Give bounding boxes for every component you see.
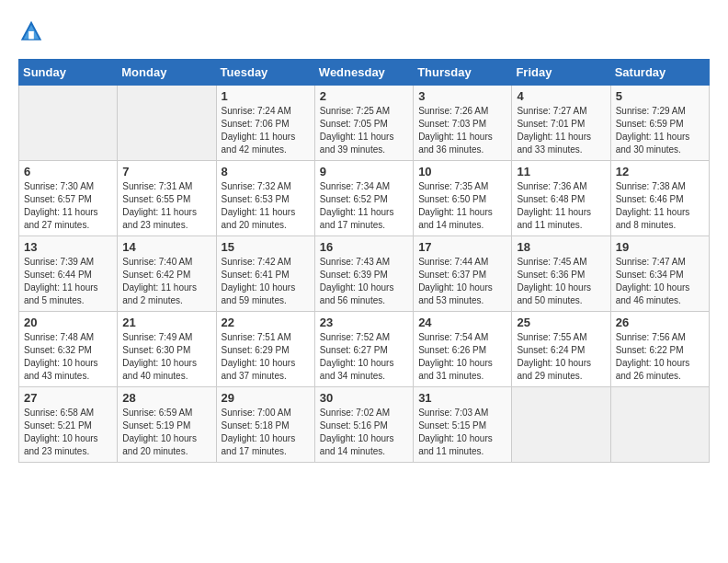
day-number: 28 bbox=[122, 391, 210, 405]
day-number: 1 bbox=[222, 89, 310, 103]
header-day-saturday: Saturday bbox=[610, 60, 709, 86]
day-content: Sunrise: 7:35 AM Sunset: 6:50 PM Dayligh… bbox=[418, 180, 506, 232]
calendar-table: SundayMondayTuesdayWednesdayThursdayFrid… bbox=[18, 59, 710, 463]
calendar-cell: 6Sunrise: 7:30 AM Sunset: 6:57 PM Daylig… bbox=[19, 161, 118, 236]
calendar-week-3: 13Sunrise: 7:39 AM Sunset: 6:44 PM Dayli… bbox=[19, 236, 710, 312]
header-day-thursday: Thursday bbox=[414, 60, 512, 86]
day-content: Sunrise: 7:38 AM Sunset: 6:46 PM Dayligh… bbox=[616, 180, 704, 232]
header-day-wednesday: Wednesday bbox=[314, 60, 413, 86]
day-content: Sunrise: 7:51 AM Sunset: 6:29 PM Dayligh… bbox=[222, 331, 310, 383]
header-day-tuesday: Tuesday bbox=[216, 60, 314, 86]
day-content: Sunrise: 7:29 AM Sunset: 6:59 PM Dayligh… bbox=[616, 105, 704, 156]
day-number: 7 bbox=[122, 165, 210, 178]
day-content: Sunrise: 7:52 AM Sunset: 6:27 PM Dayligh… bbox=[320, 331, 408, 383]
calendar-cell bbox=[118, 86, 216, 161]
day-number: 20 bbox=[24, 316, 112, 329]
logo-icon bbox=[18, 18, 44, 44]
day-number: 10 bbox=[418, 165, 506, 178]
day-content: Sunrise: 7:44 AM Sunset: 6:37 PM Dayligh… bbox=[418, 256, 506, 307]
day-content: Sunrise: 7:24 AM Sunset: 7:06 PM Dayligh… bbox=[222, 105, 310, 156]
day-content: Sunrise: 7:34 AM Sunset: 6:52 PM Dayligh… bbox=[320, 180, 408, 232]
day-content: Sunrise: 7:45 AM Sunset: 6:36 PM Dayligh… bbox=[517, 256, 605, 307]
day-content: Sunrise: 6:59 AM Sunset: 5:19 PM Dayligh… bbox=[122, 407, 210, 458]
calendar-cell bbox=[19, 86, 118, 161]
calendar-cell: 26Sunrise: 7:56 AM Sunset: 6:22 PM Dayli… bbox=[610, 312, 709, 387]
calendar-cell: 17Sunrise: 7:44 AM Sunset: 6:37 PM Dayli… bbox=[414, 236, 512, 312]
calendar-cell: 13Sunrise: 7:39 AM Sunset: 6:44 PM Dayli… bbox=[19, 236, 118, 312]
calendar-cell: 19Sunrise: 7:47 AM Sunset: 6:34 PM Dayli… bbox=[610, 236, 709, 312]
day-number: 26 bbox=[616, 316, 704, 329]
calendar-week-5: 27Sunrise: 6:58 AM Sunset: 5:21 PM Dayli… bbox=[19, 387, 710, 463]
day-number: 30 bbox=[320, 391, 408, 405]
calendar-cell: 21Sunrise: 7:49 AM Sunset: 6:30 PM Dayli… bbox=[118, 312, 216, 387]
calendar-cell: 8Sunrise: 7:32 AM Sunset: 6:53 PM Daylig… bbox=[216, 161, 314, 236]
calendar-cell: 29Sunrise: 7:00 AM Sunset: 5:18 PM Dayli… bbox=[216, 387, 314, 463]
calendar-cell: 23Sunrise: 7:52 AM Sunset: 6:27 PM Dayli… bbox=[314, 312, 413, 387]
day-content: Sunrise: 7:03 AM Sunset: 5:15 PM Dayligh… bbox=[418, 407, 506, 458]
header-day-sunday: Sunday bbox=[19, 60, 118, 86]
day-number: 29 bbox=[222, 391, 310, 405]
calendar-cell: 24Sunrise: 7:54 AM Sunset: 6:26 PM Dayli… bbox=[414, 312, 512, 387]
day-number: 11 bbox=[517, 165, 605, 178]
calendar-cell: 1Sunrise: 7:24 AM Sunset: 7:06 PM Daylig… bbox=[216, 86, 314, 161]
calendar-cell bbox=[610, 387, 709, 463]
calendar-cell: 9Sunrise: 7:34 AM Sunset: 6:52 PM Daylig… bbox=[314, 161, 413, 236]
calendar-cell: 15Sunrise: 7:42 AM Sunset: 6:41 PM Dayli… bbox=[216, 236, 314, 312]
calendar-cell: 20Sunrise: 7:48 AM Sunset: 6:32 PM Dayli… bbox=[19, 312, 118, 387]
calendar-header: SundayMondayTuesdayWednesdayThursdayFrid… bbox=[19, 60, 710, 86]
day-number: 14 bbox=[122, 240, 210, 254]
calendar-cell: 2Sunrise: 7:25 AM Sunset: 7:05 PM Daylig… bbox=[314, 86, 413, 161]
day-number: 9 bbox=[320, 165, 408, 178]
day-content: Sunrise: 7:27 AM Sunset: 7:01 PM Dayligh… bbox=[517, 105, 605, 156]
day-number: 5 bbox=[616, 89, 704, 103]
day-content: Sunrise: 7:56 AM Sunset: 6:22 PM Dayligh… bbox=[616, 331, 704, 383]
calendar-cell: 11Sunrise: 7:36 AM Sunset: 6:48 PM Dayli… bbox=[512, 161, 610, 236]
calendar-cell: 16Sunrise: 7:43 AM Sunset: 6:39 PM Dayli… bbox=[314, 236, 413, 312]
day-number: 16 bbox=[320, 240, 408, 254]
day-number: 2 bbox=[320, 89, 408, 103]
day-number: 17 bbox=[418, 240, 506, 254]
day-number: 15 bbox=[222, 240, 310, 254]
calendar-week-4: 20Sunrise: 7:48 AM Sunset: 6:32 PM Dayli… bbox=[19, 312, 710, 387]
day-number: 18 bbox=[517, 240, 605, 254]
calendar-cell: 25Sunrise: 7:55 AM Sunset: 6:24 PM Dayli… bbox=[512, 312, 610, 387]
day-content: Sunrise: 7:39 AM Sunset: 6:44 PM Dayligh… bbox=[24, 256, 112, 307]
day-number: 27 bbox=[24, 391, 112, 405]
day-content: Sunrise: 7:48 AM Sunset: 6:32 PM Dayligh… bbox=[24, 331, 112, 383]
day-number: 6 bbox=[24, 165, 112, 178]
day-content: Sunrise: 7:31 AM Sunset: 6:55 PM Dayligh… bbox=[122, 180, 210, 232]
calendar-cell: 3Sunrise: 7:26 AM Sunset: 7:03 PM Daylig… bbox=[414, 86, 512, 161]
day-number: 24 bbox=[418, 316, 506, 329]
day-content: Sunrise: 7:54 AM Sunset: 6:26 PM Dayligh… bbox=[418, 331, 506, 383]
day-number: 4 bbox=[517, 89, 605, 103]
day-content: Sunrise: 7:47 AM Sunset: 6:34 PM Dayligh… bbox=[616, 256, 704, 307]
calendar-cell: 22Sunrise: 7:51 AM Sunset: 6:29 PM Dayli… bbox=[216, 312, 314, 387]
calendar-cell bbox=[512, 387, 610, 463]
day-number: 21 bbox=[122, 316, 210, 329]
day-content: Sunrise: 7:00 AM Sunset: 5:18 PM Dayligh… bbox=[222, 407, 310, 458]
calendar-body: 1Sunrise: 7:24 AM Sunset: 7:06 PM Daylig… bbox=[19, 86, 710, 463]
calendar-cell: 10Sunrise: 7:35 AM Sunset: 6:50 PM Dayli… bbox=[414, 161, 512, 236]
calendar-week-1: 1Sunrise: 7:24 AM Sunset: 7:06 PM Daylig… bbox=[19, 86, 710, 161]
svg-rect-2 bbox=[28, 31, 34, 39]
day-number: 31 bbox=[418, 391, 506, 405]
calendar-cell: 5Sunrise: 7:29 AM Sunset: 6:59 PM Daylig… bbox=[610, 86, 709, 161]
day-content: Sunrise: 7:02 AM Sunset: 5:16 PM Dayligh… bbox=[320, 407, 408, 458]
day-number: 12 bbox=[616, 165, 704, 178]
day-number: 19 bbox=[616, 240, 704, 254]
day-number: 25 bbox=[517, 316, 605, 329]
calendar-cell: 4Sunrise: 7:27 AM Sunset: 7:01 PM Daylig… bbox=[512, 86, 610, 161]
calendar-week-2: 6Sunrise: 7:30 AM Sunset: 6:57 PM Daylig… bbox=[19, 161, 710, 236]
day-number: 22 bbox=[222, 316, 310, 329]
day-content: Sunrise: 7:25 AM Sunset: 7:05 PM Dayligh… bbox=[320, 105, 408, 156]
calendar-cell: 27Sunrise: 6:58 AM Sunset: 5:21 PM Dayli… bbox=[19, 387, 118, 463]
day-content: Sunrise: 7:26 AM Sunset: 7:03 PM Dayligh… bbox=[418, 105, 506, 156]
day-number: 23 bbox=[320, 316, 408, 329]
day-content: Sunrise: 7:40 AM Sunset: 6:42 PM Dayligh… bbox=[122, 256, 210, 307]
header-row: SundayMondayTuesdayWednesdayThursdayFrid… bbox=[19, 60, 710, 86]
day-content: Sunrise: 7:43 AM Sunset: 6:39 PM Dayligh… bbox=[320, 256, 408, 307]
calendar-cell: 14Sunrise: 7:40 AM Sunset: 6:42 PM Dayli… bbox=[118, 236, 216, 312]
header-day-monday: Monday bbox=[118, 60, 216, 86]
day-content: Sunrise: 7:32 AM Sunset: 6:53 PM Dayligh… bbox=[222, 180, 310, 232]
day-content: Sunrise: 7:42 AM Sunset: 6:41 PM Dayligh… bbox=[222, 256, 310, 307]
